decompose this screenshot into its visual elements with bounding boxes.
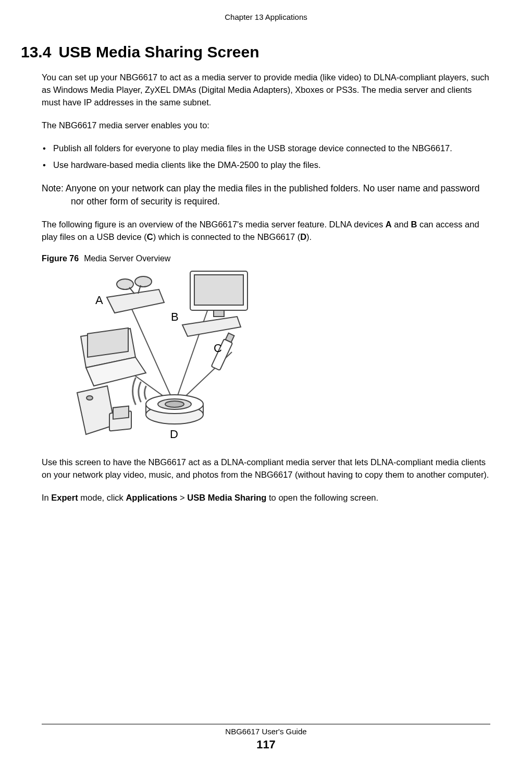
svg-point-8 xyxy=(117,279,133,289)
section-title: 13.4USB Media Sharing Screen xyxy=(21,43,490,61)
footer-page-number: 117 xyxy=(0,738,532,751)
footer-rule xyxy=(42,724,490,724)
svg-line-10 xyxy=(129,287,134,294)
svg-rect-14 xyxy=(214,310,224,317)
list-item: Publish all folders for everyone to play… xyxy=(42,142,490,155)
overview-text: ) which is connected to the NBG6617 ( xyxy=(153,232,300,241)
desktop-pc-icon xyxy=(77,386,131,434)
overview-text: ). xyxy=(306,232,312,241)
nav-text: to open the following screen. xyxy=(266,493,378,502)
intro-paragraph: You can set up your NBG6617 to act as a … xyxy=(42,71,490,109)
enables-lead: The NBG6617 media server enables you to: xyxy=(42,119,490,132)
chapter-header: Chapter 13 Applications xyxy=(42,0,490,32)
diagram-svg xyxy=(57,269,281,446)
list-item: Use hardware-based media clients like th… xyxy=(42,159,490,172)
bold-a: A xyxy=(386,220,392,229)
nav-applications: Applications xyxy=(126,493,177,502)
game-console-icon xyxy=(107,276,164,313)
svg-rect-17 xyxy=(88,328,128,357)
router-icon xyxy=(146,395,203,424)
section-number: 13.4 xyxy=(21,43,51,60)
nav-text: In xyxy=(42,493,51,502)
nav-expert-mode: Expert xyxy=(51,493,78,502)
diagram-label-a: A xyxy=(95,294,103,307)
figure-caption-text: Media Server Overview xyxy=(84,254,170,263)
figure-caption: Figure 76Media Server Overview xyxy=(42,254,490,263)
note-body: Anyone on your network can play the medi… xyxy=(66,183,480,207)
note-label: Note: xyxy=(42,183,66,193)
diagram-label-d: D xyxy=(170,428,178,441)
page-footer: NBG6617 User's Guide 117 xyxy=(0,727,532,751)
nav-text: > xyxy=(177,493,187,502)
overview-text: The following figure is an overview of t… xyxy=(42,220,386,229)
note-block: Note: Anyone on your network can play th… xyxy=(42,182,490,209)
nav-usb-media-sharing: USB Media Sharing xyxy=(187,493,266,502)
nav-path-paragraph: In Expert mode, click Applications > USB… xyxy=(42,492,490,504)
svg-rect-13 xyxy=(194,275,243,305)
footer-guide-name: NBG6617 User's Guide xyxy=(0,727,532,736)
figure-number: Figure 76 xyxy=(42,254,79,263)
svg-point-7 xyxy=(165,401,184,407)
diagram-label-b: B xyxy=(171,310,179,324)
nav-text: mode, click xyxy=(78,493,126,502)
tv-media-player-icon xyxy=(182,271,248,336)
svg-point-9 xyxy=(135,276,152,287)
bold-d: D xyxy=(300,232,306,241)
use-screen-paragraph: Use this screen to have the NBG6617 act … xyxy=(42,456,490,481)
laptop-icon xyxy=(81,328,146,386)
svg-point-20 xyxy=(86,396,93,400)
bold-c: C xyxy=(147,232,153,241)
svg-rect-19 xyxy=(113,406,129,419)
bold-b: B xyxy=(411,220,417,229)
enables-list: Publish all folders for everyone to play… xyxy=(42,142,490,172)
overview-paragraph: The following figure is an overview of t… xyxy=(42,219,490,244)
section-title-text: USB Media Sharing Screen xyxy=(58,43,259,60)
diagram-label-c: C xyxy=(214,342,222,355)
figure-media-server-overview: A B C D xyxy=(57,269,281,446)
overview-text: and xyxy=(392,220,411,229)
